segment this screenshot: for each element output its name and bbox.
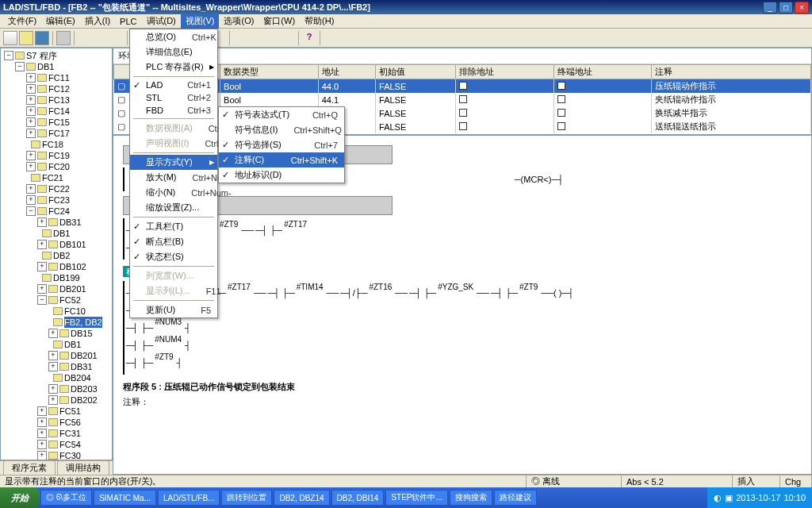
menu-item[interactable]: 注释(C)Ctrl+Shift+K: [219, 152, 344, 167]
tree-node[interactable]: FC12: [26, 83, 110, 94]
col-header[interactable]: 数据类型: [220, 65, 319, 79]
network-icon[interactable]: [233, 31, 247, 45]
col-header[interactable]: 终端地址: [553, 65, 652, 79]
contact[interactable]: ─┤ ├─#NUM3: [126, 323, 183, 333]
menu-item[interactable]: 符号表达式(T)Ctrl+Q: [219, 107, 344, 122]
project-tree[interactable]: S7 程序DB1FC11FC12FC13FC14FC15FC17FC18FC19…: [0, 48, 113, 460]
contact[interactable]: ─┤ ├─#NUM4: [126, 341, 183, 350]
contact[interactable]: ─┤/├─#ZT16: [340, 288, 393, 298]
table-row[interactable]: ▢JZGBool44.1FALSE夹纸辊动作指示: [114, 93, 811, 106]
maximize-button[interactable]: □: [779, 2, 793, 13]
close-button[interactable]: ×: [795, 2, 809, 13]
tree-node[interactable]: DB1: [48, 339, 110, 350]
menu-item[interactable]: 更新(U)F5: [130, 302, 217, 318]
menu-2[interactable]: 插入(I): [80, 13, 115, 29]
tree-node[interactable]: FC56: [37, 417, 110, 428]
menu-item[interactable]: 详细信息(E): [130, 44, 217, 60]
contact[interactable]: ─┤ ├─#ZT17: [255, 225, 308, 235]
tree-node[interactable]: FC14: [26, 106, 110, 117]
tree-node[interactable]: FC17: [26, 128, 110, 139]
goto-end-icon[interactable]: [339, 31, 354, 45]
tree-node[interactable]: FC11: [26, 72, 110, 83]
taskbar-item[interactable]: ◎ 6\多工位: [40, 490, 92, 506]
menu-0[interactable]: 文件(F): [3, 13, 41, 29]
menu-5[interactable]: 视图(V): [181, 13, 220, 29]
cut-icon[interactable]: [78, 31, 92, 45]
menu-item[interactable]: 工具栏(T): [130, 219, 217, 234]
menu-6[interactable]: 选项(O): [219, 13, 259, 29]
menu-item[interactable]: 总览(O)Ctrl+K: [130, 29, 217, 44]
tab-call-structure[interactable]: 调用结构: [57, 460, 109, 475]
tree-node[interactable]: FC13: [26, 94, 110, 106]
tree-node[interactable]: DB2: [37, 250, 110, 261]
system-tray[interactable]: ◐ ▣ 2013-10-17 10:10: [707, 487, 812, 508]
menu-item[interactable]: PLC 寄存器(R): [130, 60, 217, 75]
taskbar-item[interactable]: 路径建议: [494, 490, 537, 506]
network-4-ladder[interactable]: ─┤ ├─#NUM1───┤ ├─#ZT17───┤ ├─#TIM14───┤/…: [123, 281, 802, 375]
tree-node[interactable]: FC52: [37, 294, 110, 306]
menu-7[interactable]: 窗口(W): [259, 13, 300, 29]
menu-item[interactable]: 地址标识(D): [219, 167, 344, 183]
menu-item[interactable]: 状态栏(S): [130, 249, 217, 264]
menu-item[interactable]: STLCtrl+2: [130, 91, 217, 104]
menubar[interactable]: 文件(F)编辑(E)插入(I)PLC调试(D)视图(V)选项(O)窗口(W)帮助…: [0, 14, 812, 29]
tree-node[interactable]: FC24: [26, 206, 110, 217]
tree-node[interactable]: FC10: [48, 306, 110, 317]
tree-node[interactable]: FC21: [26, 172, 110, 183]
taskbar[interactable]: 开始 ◎ 6\多工位SIMATIC Ma...LAD/STL/FB...跳转到位…: [0, 487, 812, 508]
tree-tabs[interactable]: 程序元素 调用结构: [0, 460, 113, 475]
tree-node[interactable]: FC20: [26, 161, 110, 172]
menu-item[interactable]: 符号选择(S)Ctrl+7: [219, 137, 344, 152]
contact[interactable]: ─┤ ├─#TIM14: [267, 288, 324, 298]
tree-node[interactable]: DB1: [37, 228, 110, 239]
taskbar-item[interactable]: LAD/STL/FB...: [158, 490, 220, 506]
col-header[interactable]: 地址: [318, 65, 375, 79]
menu-item[interactable]: 符号信息(I)Ctrl+Shift+Q: [219, 122, 344, 137]
menu-item[interactable]: 缩小(N)Ctrl+Num-: [130, 185, 217, 200]
menu-item[interactable]: 缩放设置(Z)...: [130, 200, 217, 215]
tree-node[interactable]: FC54: [37, 439, 110, 450]
save-icon[interactable]: [35, 31, 49, 45]
box-icon[interactable]: [281, 31, 295, 45]
menu-item[interactable]: LADCtrl+1: [130, 79, 217, 91]
tree-node[interactable]: FC18: [26, 139, 110, 150]
tray-icon[interactable]: ◐: [714, 493, 722, 503]
tree-node[interactable]: FC15: [26, 117, 110, 128]
menu-4[interactable]: 调试(D): [142, 13, 181, 29]
coil-icon[interactable]: [265, 31, 279, 45]
start-button[interactable]: 开始: [0, 487, 40, 508]
table-row[interactable]: ▢YZGBool44.0FALSE压纸辊动作指示: [114, 79, 811, 94]
display-mode-submenu[interactable]: 符号表达式(T)Ctrl+Q符号信息(I)Ctrl+Shift+Q符号选择(S)…: [218, 106, 345, 183]
menu-item[interactable]: 断点栏(B): [130, 234, 217, 249]
tab-elements[interactable]: 程序元素: [3, 460, 56, 475]
tree-node[interactable]: DB31: [37, 217, 110, 228]
menu-1[interactable]: 编辑(E): [41, 13, 80, 29]
help-icon[interactable]: ?: [302, 31, 316, 45]
goto-start-icon[interactable]: [324, 31, 338, 45]
tree-node[interactable]: DB101: [37, 239, 110, 250]
tree-node[interactable]: DB202: [48, 394, 110, 406]
ladder-area[interactable]: ─(MCR<)─┤ ─┤ ├─#SZ1───┤ ├─#ZT9───┤ ├─#ZT…: [113, 136, 811, 474]
tray-icon[interactable]: ▣: [725, 493, 733, 503]
contact[interactable]: ─┤ ├─#YZG_SK: [409, 288, 475, 298]
new-icon[interactable]: [3, 31, 17, 45]
menu-item[interactable]: 显示方式(Y): [130, 155, 217, 170]
contact[interactable]: ─┤ ├─#ZT9: [126, 358, 175, 368]
tree-root[interactable]: S7 程序: [4, 50, 110, 61]
menu-item[interactable]: FBDCtrl+3: [130, 104, 217, 117]
copy-icon[interactable]: [94, 31, 108, 45]
contact-icon[interactable]: [249, 31, 263, 45]
tree-node[interactable]: DB201: [48, 350, 110, 361]
col-header[interactable]: 注释: [652, 65, 811, 79]
menu-8[interactable]: 帮助(H): [300, 13, 339, 29]
tree-node[interactable]: FC23: [26, 194, 110, 206]
tree-node[interactable]: DB1: [15, 61, 110, 72]
taskbar-item[interactable]: DB2, DBI14: [331, 490, 385, 506]
col-header[interactable]: 初始值: [376, 65, 456, 79]
taskbar-item[interactable]: STEP软件中...: [385, 490, 447, 506]
tree-node[interactable]: FC22: [26, 183, 110, 194]
tree-node[interactable]: DB203: [48, 383, 110, 394]
paste-icon[interactable]: [109, 31, 124, 45]
tree-node[interactable]: FC30: [37, 450, 110, 460]
contact[interactable]: ─┤ ├─#ZT9: [491, 288, 540, 298]
